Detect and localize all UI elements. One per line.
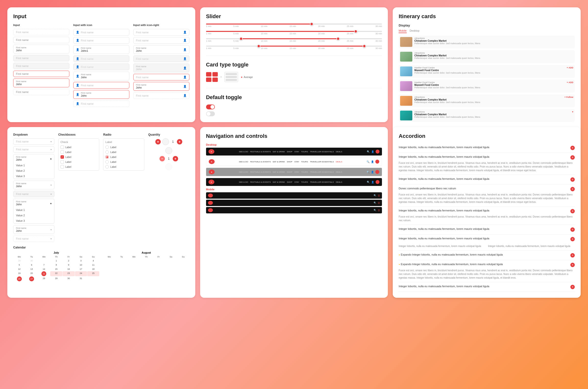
- dropdown-option-v1-2[interactable]: Value 1: [13, 207, 54, 213]
- user-icon-1[interactable]: 👤: [371, 150, 374, 153]
- checkbox-item-2[interactable]: Label: [60, 150, 97, 154]
- itin-action-4[interactable]: + ADD: [567, 81, 573, 84]
- nav-link-festivals-2[interactable]: FESTIVALS & EVENTS: [250, 161, 271, 163]
- nav-link-deals-1[interactable]: DEALS: [336, 151, 342, 153]
- mobile-hamburger-1[interactable]: ☰: [378, 194, 380, 197]
- quantity-plus-btn-1[interactable]: +: [155, 139, 161, 144]
- radio-4[interactable]: [105, 160, 109, 163]
- dropdown-1[interactable]: First name ▾: [13, 138, 55, 145]
- input-dashed[interactable]: First name: [13, 89, 69, 95]
- nav-link-traveller-2[interactable]: TRAVELLER ESSENTIALS: [310, 161, 334, 163]
- nav-link-stay-4[interactable]: STAY: [294, 181, 299, 183]
- accordion-toggle-2[interactable]: ×: [570, 155, 575, 160]
- cal-day-19[interactable]: 19: [13, 271, 25, 276]
- cal-day-25[interactable]: 25: [87, 271, 99, 276]
- cal-day-15[interactable]: 15: [50, 267, 62, 271]
- checkbox-5[interactable]: [60, 165, 64, 168]
- radio-item-1[interactable]: Label: [105, 145, 142, 149]
- cal-day-4[interactable]: 4: [87, 259, 99, 263]
- nav-link-festivals-4[interactable]: FESTIVALS & EVENTS: [250, 181, 271, 183]
- dropdown-7[interactable]: First name John ▾: [13, 225, 55, 234]
- accordion-toggle-10[interactable]: +: [570, 285, 575, 289]
- nav-link-stay-3[interactable]: STAY: [294, 171, 299, 173]
- cal-day-5[interactable]: 5: [13, 263, 25, 267]
- nav-link-shop-2[interactable]: SHOP: [287, 161, 293, 163]
- mobile-hamburger-2[interactable]: ☰: [378, 202, 380, 204]
- cal-day-27[interactable]: 27: [29, 276, 34, 281]
- accordion-header-4[interactable]: Donec commodo pellentesque libero nec ru…: [399, 187, 575, 191]
- input-right-error-filled[interactable]: First name John 👤: [133, 82, 189, 91]
- input-error-filled[interactable]: First name John: [13, 78, 69, 87]
- accordion-header-1[interactable]: Integer lobortis, nulla eu malesuada fer…: [399, 146, 575, 150]
- accordion-toggle-1[interactable]: +: [570, 146, 575, 150]
- dropdown-4[interactable]: First name John ▾: [13, 181, 55, 189]
- cal-day-june29[interactable]: 29: [13, 259, 25, 263]
- input-icon-1[interactable]: 👤 First name: [73, 29, 129, 35]
- nav-link-tours-4[interactable]: TOURS: [301, 181, 308, 183]
- cal-day-june30[interactable]: 30: [26, 259, 37, 263]
- accordion-toggle-5[interactable]: ×: [570, 209, 575, 213]
- nav-link-shop-4[interactable]: SHOP: [287, 181, 293, 183]
- cal-day-16[interactable]: 16: [62, 267, 75, 271]
- itin-action-6[interactable]: ♥: [572, 111, 573, 113]
- toggle-on[interactable]: [206, 104, 215, 109]
- accordion-toggle-6[interactable]: +: [570, 227, 575, 232]
- cal-day-20[interactable]: 20: [26, 271, 37, 276]
- accordion-header-3[interactable]: Integer lobortis, nulla eu malesuada fer…: [399, 177, 575, 182]
- tab-desktop[interactable]: Desktop: [410, 29, 420, 33]
- slider-thumb-1[interactable]: [310, 22, 313, 26]
- input-placeholder[interactable]: First name: [13, 29, 69, 35]
- dropdown-option-v3-1[interactable]: Value 3: [13, 173, 54, 179]
- user-icon-3[interactable]: 👤: [371, 171, 374, 173]
- search-icon-2[interactable]: 🔍: [366, 161, 369, 163]
- accordion-toggle-8[interactable]: +: [570, 253, 575, 258]
- input-right-dashed[interactable]: First name 👤: [133, 92, 189, 99]
- radio-item-3[interactable]: Label: [105, 155, 142, 159]
- accordion-header-7[interactable]: Integer lobortis, nulla eu malesuada fer…: [399, 237, 575, 241]
- cal-day-2[interactable]: 2: [62, 259, 75, 263]
- nav-link-deals-4[interactable]: DEALS: [336, 181, 342, 183]
- radio-3[interactable]: [105, 155, 109, 159]
- nav-link-shop-3[interactable]: SHOP: [287, 171, 293, 173]
- input-icon-dashed[interactable]: 👤 First name: [73, 100, 129, 107]
- dropdown-8[interactable]: First name ▾: [13, 235, 55, 242]
- input-error[interactable]: First name: [13, 71, 69, 77]
- cal-day-18[interactable]: 18: [87, 267, 99, 271]
- cal-day-26[interactable]: 26: [17, 276, 22, 281]
- card-type-list-btn[interactable]: [224, 72, 238, 82]
- mobile-search-icon-2[interactable]: 🔍: [374, 202, 376, 204]
- nav-link-eat-3[interactable]: EAT & DRINK: [273, 171, 285, 173]
- radio-1[interactable]: [105, 145, 109, 149]
- dropdown-2[interactable]: First name ▾: [13, 146, 55, 153]
- input-icon-filled[interactable]: 👤 First name John1: [73, 45, 129, 54]
- accordion-toggle-7[interactable]: ×: [570, 237, 575, 241]
- cal-day-aug1[interactable]: [87, 276, 99, 281]
- nav-link-stay-2[interactable]: STAY: [294, 161, 299, 163]
- quantity-plus-btn-3[interactable]: +: [173, 156, 178, 162]
- search-icon-1[interactable]: 🔍: [367, 150, 370, 153]
- nav-link-tours-1[interactable]: TOURS: [301, 151, 308, 153]
- input-right-2[interactable]: First name 👤: [133, 37, 189, 44]
- input-icon-error[interactable]: 👤 First name: [73, 82, 129, 89]
- mobile-search-icon-3[interactable]: 🔍: [374, 209, 376, 211]
- cal-day-21-today[interactable]: 21: [41, 271, 46, 276]
- cal-day-22[interactable]: 22: [50, 271, 62, 276]
- radio-item-5[interactable]: Label: [105, 165, 142, 168]
- slider-track-2[interactable]: [206, 31, 382, 32]
- card-type-grid-btn[interactable]: [206, 72, 218, 82]
- slider-range-track-1[interactable]: [206, 38, 382, 39]
- search-icon-4[interactable]: 🔍: [367, 181, 370, 184]
- input-filled[interactable]: First name John: [13, 45, 69, 54]
- cal-day-11[interactable]: 11: [87, 263, 99, 267]
- accordion-header-6[interactable]: Integer lobortis, nulla eu malesuada fer…: [399, 227, 575, 232]
- itin-action-5[interactable]: + Follow: [564, 96, 573, 98]
- dropdown-option-v2-1[interactable]: Value 2: [13, 168, 54, 173]
- nav-link-stay-1[interactable]: STAY: [294, 151, 299, 153]
- user-icon-4[interactable]: 👤: [371, 181, 374, 184]
- checkbox-item-5[interactable]: Label: [60, 165, 97, 168]
- nav-link-tours-3[interactable]: TOURS: [301, 171, 308, 173]
- slider-range-thumb-right-1[interactable]: [336, 37, 340, 40]
- dropdown-open-2[interactable]: First name John ▴ Value 1 Value 2 Value …: [13, 199, 55, 224]
- accordion-header-2[interactable]: Integer lobortis, nulla eu malesuada fer…: [399, 155, 575, 160]
- radio-item-2[interactable]: Label: [105, 150, 142, 154]
